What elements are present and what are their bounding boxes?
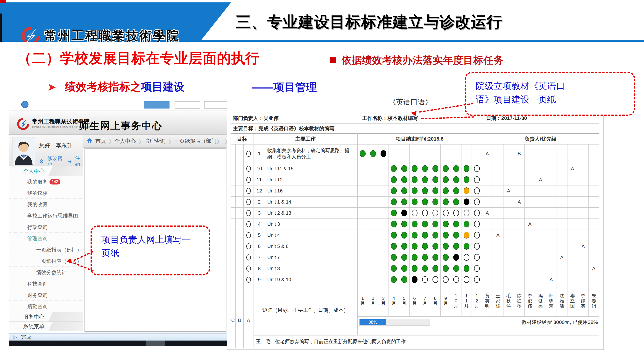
gantt-dot-g	[401, 254, 407, 261]
table-border	[230, 144, 599, 145]
gantt-dot-g	[464, 221, 470, 227]
gantt-dot-g	[401, 243, 407, 250]
gantt-dot-g	[391, 276, 397, 283]
browser-tab[interactable]	[174, 101, 200, 109]
goal-circle-marker[interactable]	[246, 166, 251, 172]
browser-tab-active[interactable]	[144, 101, 170, 109]
gantt-dot-h	[422, 209, 428, 216]
task-text-cell: Unit 8	[267, 263, 356, 274]
goal-circle-marker[interactable]	[246, 277, 251, 283]
priority-letter: A	[556, 252, 567, 263]
table-border	[388, 144, 389, 316]
browser-tab[interactable]	[204, 101, 227, 109]
month-label: 11月	[461, 285, 472, 316]
gantt-dot-g	[443, 232, 449, 238]
task-number-cell: 11	[254, 174, 265, 185]
portal-screenshot: 常州工程職業技術學院 CHANGZHOU VOCATIONAL INSTITUT…	[9, 96, 227, 346]
goal-circle-marker[interactable]	[246, 151, 251, 157]
slide-title: 三、专业建设目标标准建立与诊改运行	[236, 11, 528, 32]
avatar	[12, 137, 35, 166]
table-border	[420, 144, 420, 316]
table-border	[399, 144, 399, 316]
goal-circle-marker[interactable]	[246, 210, 251, 216]
task-text-cell: Unit 3	[267, 218, 356, 230]
sidebar-section-服务中心[interactable]: 服务中心	[9, 312, 83, 322]
gantt-dot-g	[391, 176, 397, 183]
table-border	[578, 144, 578, 316]
sidebar-item-行政查询[interactable]: 行政查询	[9, 221, 83, 233]
status-text: 完成	[21, 334, 31, 341]
callout-top-line1: 院级立项教材《英语口	[476, 79, 628, 93]
gantt-dot-g	[391, 232, 397, 238]
goal-circle-marker[interactable]	[246, 221, 251, 227]
gantt-dot-h	[443, 209, 449, 216]
month-label: 3月	[378, 285, 388, 316]
goal-circle-marker[interactable]	[246, 188, 251, 194]
goal-column-header: 目标	[230, 133, 254, 144]
task-text-cell: Unit 7	[267, 252, 356, 263]
gantt-dot-g	[401, 276, 407, 283]
gantt-dot-g	[412, 243, 418, 250]
breadcrumb-item[interactable]: 管理查询	[144, 138, 166, 145]
callout-top-line2: 语》项目建设一页纸	[476, 93, 628, 106]
sidebar-item-我的收藏[interactable]: 我的收藏	[9, 199, 83, 210]
taskbar	[9, 341, 227, 346]
gantt-dot-g	[422, 243, 428, 250]
browser-button-icon[interactable]	[21, 101, 28, 108]
sidebar-item-绩效分数统计[interactable]: 绩效分数统计	[9, 267, 83, 278]
sidebar-item-一页纸报表（部门）[interactable]: 一页纸报表（部门）	[9, 244, 83, 255]
breadcrumb-item[interactable]: 一页纸报表（部门）	[174, 138, 222, 145]
goal-circle-marker[interactable]	[246, 266, 251, 272]
month-label: 12月	[472, 285, 482, 316]
sidebar-item-一页纸报表（个人）[interactable]: 一页纸报表（个人）	[9, 255, 83, 267]
gantt-dot-g	[422, 254, 428, 261]
sidebar-item-我的议校[interactable]: 我的议校	[9, 187, 83, 199]
goal-circle-marker[interactable]	[246, 232, 251, 238]
goal-circle-marker[interactable]	[246, 199, 251, 205]
breadcrumb-item[interactable]: 首页	[96, 138, 106, 145]
gantt-dot-h	[474, 198, 480, 205]
goal-circle-marker[interactable]	[246, 243, 251, 249]
progress-fill: 38%	[360, 319, 386, 325]
gantt-dot-h	[474, 176, 480, 183]
breadcrumb: 首页›个人中心›管理查询›一页纸报表（部门）›	[83, 135, 227, 148]
matrix-label-cell: 矩阵（目标、主要工作、日期、成本）	[254, 285, 358, 335]
task-number-cell: 4	[254, 218, 265, 230]
table-border	[230, 207, 599, 208]
teacher-name: 沈雅洁	[556, 285, 567, 316]
title-underline	[190, 40, 644, 42]
goal-circle-marker[interactable]	[246, 177, 251, 183]
breadcrumb-item[interactable]: 个人中心	[114, 138, 136, 145]
gantt-dot-g	[412, 187, 418, 194]
gantt-dot-g	[412, 232, 418, 238]
gantt-dot-g	[391, 221, 397, 227]
table-border	[368, 144, 368, 316]
table-border	[482, 133, 482, 316]
gantt-dot-g	[422, 221, 428, 227]
sidebar-section-系统菜单[interactable]: 系统菜单	[9, 322, 83, 331]
sidebar-item-学校工作运行思维导图[interactable]: 学校工作运行思维导图	[9, 210, 83, 221]
table-border	[265, 144, 265, 285]
gantt-dot-o	[464, 187, 470, 194]
gantt-dot-g	[453, 265, 459, 272]
sidebar-section-个人中心[interactable]: 个人中心	[9, 167, 83, 176]
section-heading: （二）学校发展目标在专业层面的执行	[18, 49, 260, 68]
sidebar-item-后勤查询[interactable]: 后勤查询	[9, 301, 83, 312]
sidebar-item-科技查询[interactable]: 科技查询	[9, 278, 83, 289]
sidebar-item-管理查询[interactable]: 管理查询	[9, 233, 83, 244]
sidebar-item-财务查询[interactable]: 财务查询	[9, 289, 83, 301]
teacher-name: 李婷英	[578, 285, 588, 316]
gantt-dot-o	[464, 232, 470, 238]
gantt-dot-g	[412, 254, 418, 261]
sidebar-item-我的服务[interactable]: 我的服务142	[9, 176, 83, 187]
month-label: 6月	[409, 285, 420, 316]
table-border	[430, 144, 430, 316]
goal-circle-marker[interactable]	[246, 254, 251, 260]
gantt-dot-g	[422, 165, 428, 172]
table-border	[230, 185, 599, 185]
gantt-dot-g	[401, 232, 407, 238]
task-number-cell: 10	[254, 163, 265, 174]
table-border	[230, 274, 599, 274]
gantt-dot-g	[443, 265, 449, 272]
gantt-dot-g	[432, 176, 438, 183]
